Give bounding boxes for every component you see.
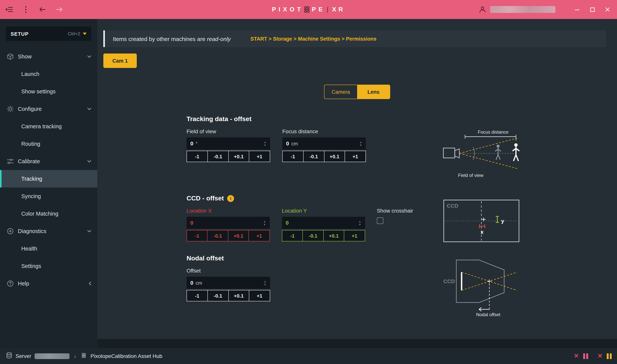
ccd-label: CCD	[447, 203, 458, 209]
statusbar: Server › PixotopeCalibration Asset Hub ✕…	[0, 348, 617, 364]
nodal-offset-input[interactable]: 0 cm ▲▼	[187, 277, 270, 289]
show-icon	[7, 53, 14, 60]
sidebar-item-label: Diagnostics	[18, 228, 46, 234]
sidebar-item-show-settings[interactable]: Show settings	[0, 83, 97, 100]
asset-hub-label[interactable]: PixotopeCalibration Asset Hub	[90, 353, 162, 359]
field-of-view-input[interactable]: 0 ° ▲▼	[187, 137, 270, 150]
spinner-control[interactable]: ▲▼	[263, 220, 266, 226]
location-x-input[interactable]: 0 ▲▼	[187, 217, 270, 229]
sidebar-item-label: Health	[21, 246, 37, 252]
step-plus-1-button[interactable]: +1	[345, 151, 366, 162]
server-icon	[6, 352, 12, 360]
step-minus-1-button[interactable]: -1	[187, 230, 208, 241]
server-name-redacted	[35, 353, 69, 359]
breadcrumb[interactable]: START > Storage > Machine Settings > Per…	[250, 36, 376, 41]
step-minus-1-button[interactable]: -1	[187, 151, 208, 162]
sidebar-item-label: Help	[18, 281, 29, 286]
minimize-button[interactable]	[572, 5, 582, 14]
location-y-input[interactable]: 0 ▲▼	[282, 217, 365, 229]
step-plus-0-1-button[interactable]: +0.1	[228, 151, 249, 162]
sidebar-item-launch[interactable]: Launch	[0, 65, 97, 83]
sidebar-item-tracking[interactable]: Tracking	[0, 170, 97, 187]
pixotope-atom-icon	[81, 352, 87, 360]
spinner-control[interactable]: ▲▼	[359, 141, 362, 146]
server-label[interactable]: Server	[15, 353, 31, 359]
status-error-close-icon[interactable]: ✕	[597, 353, 603, 359]
status-pause-yellow-icon[interactable]	[607, 353, 612, 359]
toggle-option-camera[interactable]: Camera	[324, 85, 357, 99]
step-minus-0-1-button[interactable]: -0.1	[207, 290, 229, 301]
step-plus-1-button[interactable]: +1	[344, 230, 365, 241]
app-window: PIXOT PE | XR	[0, 0, 617, 364]
sidebar-collapse-icon[interactable]	[5, 5, 14, 14]
sliders-icon	[7, 158, 14, 165]
step-minus-0-1-button[interactable]: -0.1	[303, 230, 324, 241]
setup-dropdown[interactable]: SETUP Ctrl+2	[6, 26, 91, 41]
step-buttons: -1 -0.1 +0.1 +1	[282, 151, 366, 162]
chevron-down-icon	[83, 33, 87, 35]
step-plus-0-1-button[interactable]: +0.1	[323, 230, 344, 241]
step-minus-0-1-button[interactable]: -0.1	[207, 230, 228, 241]
section-title-nodal-offset: Nodal offset	[187, 255, 430, 262]
step-minus-0-1-button[interactable]: -0.1	[207, 151, 229, 162]
status-pause-pink-icon[interactable]	[583, 353, 588, 359]
main-content: Items created by other machines are read…	[97, 19, 617, 339]
step-plus-1-button[interactable]: +1	[249, 151, 270, 162]
field-of-view-field: Field of view 0 ° ▲▼ -1 -0.1 +0.1 +1	[187, 128, 270, 162]
status-error-close-icon[interactable]: ✕	[574, 353, 579, 359]
sidebar-item-diagnostics[interactable]: Diagnostics	[0, 222, 97, 240]
step-plus-1-button[interactable]: +1	[249, 230, 270, 241]
step-plus-1-button[interactable]: +1	[249, 290, 270, 301]
sidebar-item-show[interactable]: Show	[0, 48, 97, 65]
step-minus-1-button[interactable]: -1	[282, 230, 303, 241]
sidebar-item-settings[interactable]: Settings	[0, 257, 97, 275]
ccd-label: CCD	[443, 278, 455, 284]
field-of-view-label: Field of view	[458, 173, 483, 178]
info-icon[interactable]: i	[227, 195, 234, 202]
show-crosshair-checkbox[interactable]	[377, 218, 383, 224]
sidebar-item-color-matching[interactable]: Color Matching	[0, 205, 97, 222]
step-minus-0-1-button[interactable]: -0.1	[303, 151, 324, 162]
forward-icon[interactable]	[55, 5, 64, 14]
user-email-redacted	[490, 6, 555, 13]
x-axis-label: x	[480, 229, 484, 235]
sidebar-item-label: Camera tracking	[21, 123, 62, 130]
readonly-banner: Items created by other machines are read…	[103, 30, 606, 47]
pixotope-logo: PIXOT PE | XR	[272, 5, 345, 14]
sidebar-item-calibrate[interactable]: Calibrate	[0, 153, 97, 170]
step-plus-0-1-button[interactable]: +0.1	[324, 151, 345, 162]
nodal-offset-field: Offset 0 cm ▲▼ -1 -0.1 +0.1 +1	[187, 268, 270, 301]
spinner-control[interactable]: ▲▼	[359, 220, 361, 226]
sidebar-item-routing[interactable]: Routing	[0, 135, 97, 153]
step-minus-1-button[interactable]: -1	[282, 151, 303, 162]
focus-distance-label: Focus distance	[478, 130, 508, 135]
close-button[interactable]	[603, 5, 612, 14]
field-label: Location X	[187, 208, 270, 214]
input-unit: °	[196, 141, 198, 146]
field-label: Offset	[187, 268, 270, 274]
sidebar-item-label: Color Matching	[21, 211, 58, 217]
back-icon[interactable]	[38, 5, 47, 14]
sidebar-item-label: Calibrate	[18, 158, 40, 164]
maximize-button[interactable]	[587, 5, 597, 14]
banner-text: Items created by other machines are read…	[113, 36, 231, 42]
step-buttons: -1 -0.1 +0.1 +1	[187, 290, 270, 301]
sidebar-item-camera-tracking[interactable]: Camera tracking	[0, 118, 97, 135]
chevron-down-icon	[87, 108, 91, 110]
user-account-icon[interactable]	[478, 5, 487, 14]
diagnostics-icon	[7, 228, 14, 234]
kebab-menu-icon[interactable]	[21, 5, 30, 14]
focus-distance-input[interactable]: 0 cm ▲▼	[282, 137, 366, 150]
sidebar-item-configure[interactable]: Configure	[0, 100, 97, 118]
sidebar-item-health[interactable]: Health	[0, 240, 97, 257]
sidebar: SETUP Ctrl+2 Show Launch Show settin	[0, 19, 97, 348]
spinner-control[interactable]: ▲▼	[264, 141, 266, 146]
sidebar-item-syncing[interactable]: Syncing	[0, 187, 97, 205]
step-plus-0-1-button[interactable]: +0.1	[228, 230, 249, 241]
step-minus-1-button[interactable]: -1	[187, 290, 208, 301]
cam-1-button[interactable]: Cam 1	[103, 53, 137, 68]
step-plus-0-1-button[interactable]: +0.1	[228, 290, 249, 301]
toggle-option-lens[interactable]: Lens	[357, 85, 390, 99]
spinner-control[interactable]: ▲▼	[264, 280, 266, 286]
sidebar-item-help[interactable]: Help	[0, 275, 97, 292]
